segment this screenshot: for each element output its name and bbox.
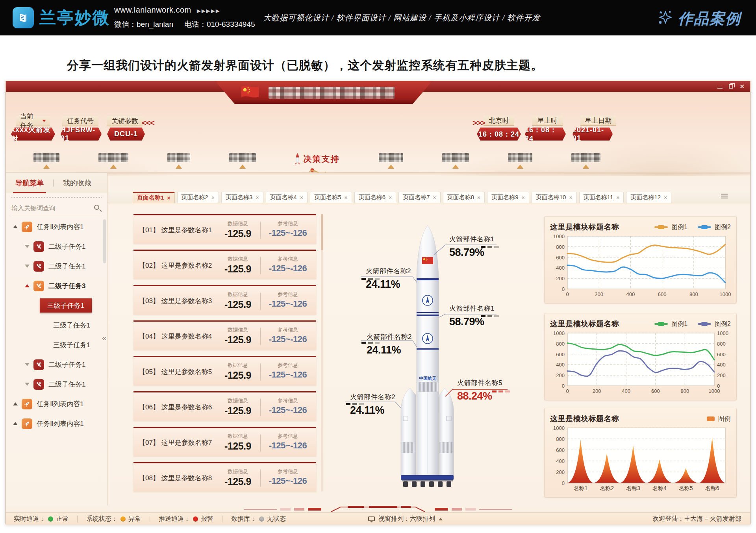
tree-item-7[interactable]: 三级子任务1 bbox=[6, 335, 107, 355]
tab-nav-menu[interactable]: 导航菜单 bbox=[6, 178, 53, 188]
arrows-right-icon: >>> bbox=[472, 118, 485, 128]
caret-up-icon[interactable] bbox=[13, 422, 18, 425]
caret-up-icon[interactable] bbox=[13, 225, 18, 228]
menu-item-censored-3[interactable] bbox=[229, 153, 256, 168]
parameter-card-4[interactable]: 【04】 这里是参数名称4数据信息-125.9参考信息-125~-126 bbox=[133, 320, 316, 350]
page-tab-9[interactable]: 页面名称9× bbox=[487, 192, 529, 203]
tab-close-icon[interactable]: × bbox=[616, 194, 619, 201]
svg-text:0: 0 bbox=[562, 286, 565, 292]
page-tab-10[interactable]: 页面名称10× bbox=[532, 192, 577, 203]
portfolio-link[interactable]: 作品案例 bbox=[657, 9, 741, 29]
restore-icon[interactable] bbox=[729, 84, 733, 89]
status-value: 正常 bbox=[56, 515, 69, 523]
tab-close-icon[interactable]: × bbox=[389, 194, 392, 201]
parameter-card-1[interactable]: 【01】 这里是参数名称1数据信息-125.9参考信息-125~-126 bbox=[133, 214, 316, 244]
caret-up-icon[interactable] bbox=[25, 284, 30, 287]
tab-list-menu-icon[interactable] bbox=[721, 194, 728, 200]
tree-item-4[interactable]: 二级子任务3 bbox=[6, 276, 107, 296]
caret-down-icon[interactable] bbox=[25, 265, 30, 268]
parameter-card-3[interactable]: 【03】 这里是参数名称3数据信息-125.9参考信息-125~-126 bbox=[133, 285, 316, 315]
page-tab-1[interactable]: 页面名称1× bbox=[133, 192, 175, 203]
task-field-label-1[interactable]: 当前任务 bbox=[16, 116, 50, 126]
page-tab-2[interactable]: 页面名称2× bbox=[177, 192, 219, 203]
rocket-callout-l2: 火箭部件名称224.11% bbox=[367, 332, 412, 356]
legend-item[interactable]: 图例1 bbox=[654, 223, 687, 231]
parameter-card-7[interactable]: 【07】 这里是参数名称7数据信息-125.9参考信息-125~-126 bbox=[133, 427, 316, 456]
caret-up-icon[interactable] bbox=[13, 402, 18, 405]
reference-label: 参考信息 bbox=[263, 326, 312, 333]
caret-down-icon[interactable] bbox=[25, 245, 30, 248]
site-header: 兰亭妙微 www.lanlanwork.com▶▶▶▶▶ 微信：ben_lanl… bbox=[0, 0, 756, 35]
menu-item-censored-5[interactable] bbox=[379, 153, 403, 168]
page-tab-5[interactable]: 页面名称5× bbox=[310, 192, 352, 203]
tree-item-10[interactable]: 任务Ⅱ列表内容1 bbox=[6, 394, 107, 414]
legend-item[interactable]: 图例1 bbox=[654, 320, 687, 328]
tree-item-6[interactable]: 三级子任务1 bbox=[6, 315, 107, 335]
legend-item[interactable]: 图例2 bbox=[698, 320, 731, 328]
chart-legend: 图例1图例2 bbox=[654, 223, 731, 231]
tab-close-icon[interactable]: × bbox=[569, 194, 572, 201]
sidebar-scrollbar[interactable] bbox=[103, 219, 106, 263]
tab-close-icon[interactable]: × bbox=[167, 195, 170, 201]
chart-card-3: 这里是模块标题名称图例02004006008001000名称1名称2名称3名称4… bbox=[544, 408, 737, 498]
tab-close-icon[interactable]: × bbox=[300, 194, 303, 201]
page-tab-7[interactable]: 页面名称7× bbox=[398, 192, 441, 203]
parameter-card-6[interactable]: 【06】 这里是参数名称6数据信息-125.9参考信息-125~-126 bbox=[133, 391, 316, 421]
legend-item[interactable]: 图例2 bbox=[698, 223, 731, 231]
field-label-text: 任务代号 bbox=[67, 117, 94, 126]
tree-item-3[interactable]: 二级子任务1 bbox=[6, 256, 107, 276]
tree-item-5[interactable]: 三级子任务1 bbox=[6, 296, 107, 315]
data-info-column: 数据信息-125.9 bbox=[216, 291, 259, 310]
menu-item-decision-support[interactable]: 决策支持 bbox=[295, 153, 339, 174]
menu-item-censored-0[interactable] bbox=[33, 153, 59, 168]
task-field-label-2[interactable]: 任务代号 bbox=[62, 116, 98, 126]
window-layout-control[interactable]: 视窗排列：六联排列 bbox=[368, 513, 443, 525]
menu-item-censored-2[interactable] bbox=[167, 153, 190, 168]
search-icon[interactable] bbox=[94, 205, 99, 210]
menu-item-censored-1[interactable] bbox=[98, 153, 128, 168]
task-field-label-3[interactable]: 关键参数 bbox=[107, 116, 143, 126]
page-tab-3[interactable]: 页面名称3× bbox=[221, 192, 263, 203]
tab-close-icon[interactable]: × bbox=[211, 194, 215, 201]
tab-my-favorites[interactable]: 我的收藏 bbox=[54, 178, 101, 188]
tree-item-8[interactable]: 二级子任务1 bbox=[6, 355, 107, 374]
app-title-banner bbox=[215, 81, 432, 104]
tab-close-icon[interactable]: × bbox=[522, 194, 525, 201]
close-icon[interactable]: ✕ bbox=[739, 84, 745, 89]
parameter-card-5[interactable]: 【05】 这里是参数名称5数据信息-125.9参考信息-125~-126 bbox=[133, 356, 316, 385]
tree-item-11[interactable]: 任务Ⅱ列表内容1 bbox=[6, 414, 107, 433]
parameter-card-8[interactable]: 【08】 这里是参数名称8数据信息-125.9参考信息-125~-126 bbox=[133, 462, 316, 492]
tree-item-1[interactable]: 任务Ⅱ列表内容1 bbox=[6, 217, 107, 237]
svg-text:200: 200 bbox=[556, 469, 565, 475]
menu-item-censored-8[interactable] bbox=[571, 153, 600, 168]
tab-close-icon[interactable]: × bbox=[433, 194, 436, 201]
tab-close-icon[interactable]: × bbox=[344, 194, 347, 201]
legend-item[interactable]: 图例 bbox=[707, 415, 731, 423]
sidebar-collapse-icon[interactable]: « bbox=[102, 333, 106, 342]
minimize-icon[interactable] bbox=[717, 88, 723, 89]
parameter-card-2[interactable]: 【02】 这里是参数名称2数据信息-125.9参考信息-125~-126 bbox=[133, 250, 316, 279]
reference-value: -125~-126 bbox=[263, 370, 312, 380]
search-input[interactable]: 输入关键词查询 bbox=[11, 202, 102, 215]
tree-item-9[interactable]: 二级子任务1 bbox=[6, 374, 107, 394]
reference-value: -125~-126 bbox=[263, 440, 312, 451]
page-tab-6[interactable]: 页面名称6× bbox=[354, 192, 397, 203]
callout-part-value: 24.11% bbox=[367, 344, 412, 356]
caret-down-icon[interactable] bbox=[25, 383, 30, 386]
tab-close-icon[interactable]: × bbox=[256, 194, 259, 201]
tree-item-label: 二级子任务1 bbox=[48, 262, 85, 271]
rocket-body-text: 中国航天 bbox=[419, 376, 437, 381]
tab-close-icon[interactable]: × bbox=[477, 194, 480, 201]
page-tab-8[interactable]: 页面名称8× bbox=[443, 192, 485, 203]
page-tab-12[interactable]: 页面名称12× bbox=[626, 192, 671, 203]
caret-down-icon[interactable] bbox=[25, 363, 30, 366]
data-info-label: 数据信息 bbox=[216, 291, 259, 298]
page-tab-4[interactable]: 页面名称4× bbox=[266, 192, 308, 203]
chart-header: 这里是模块标题名称图例 bbox=[550, 413, 731, 425]
page-tab-11[interactable]: 页面名称11× bbox=[579, 192, 624, 203]
tab-close-icon[interactable]: × bbox=[664, 194, 667, 201]
tree-item-2[interactable]: 二级子任务1 bbox=[6, 237, 107, 256]
menu-item-censored-7[interactable] bbox=[508, 153, 532, 168]
menu-item-censored-6[interactable] bbox=[442, 153, 469, 168]
parameter-scrollbar[interactable] bbox=[321, 214, 323, 492]
